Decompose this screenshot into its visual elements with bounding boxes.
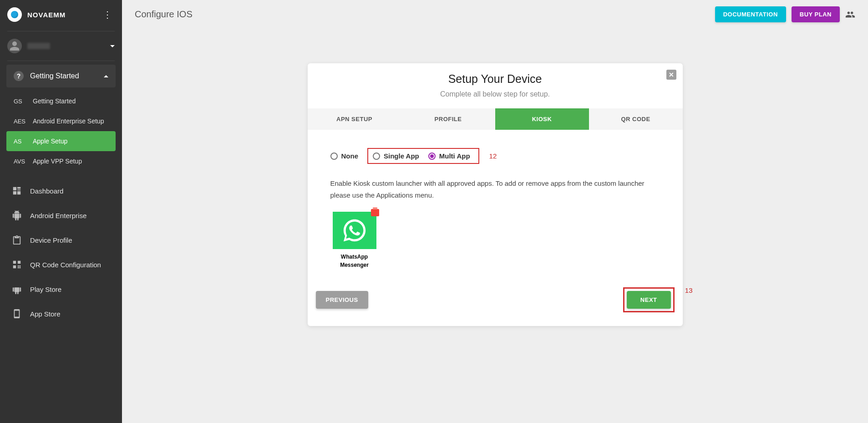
sub-label: Getting Started: [33, 97, 76, 105]
team-icon[interactable]: [845, 10, 855, 20]
user-menu[interactable]: [0, 31, 122, 61]
radio-label: Single App: [384, 152, 419, 160]
phone-icon: [12, 309, 22, 319]
app-label: WhatsApp Messenger: [330, 253, 379, 269]
dashboard-icon: [12, 186, 22, 196]
clipboard-icon: [12, 235, 22, 245]
radio-label: Multi App: [439, 152, 470, 160]
tab-profile[interactable]: PROFILE: [401, 108, 495, 130]
avatar: [7, 39, 22, 53]
nav-label: App Store: [30, 310, 61, 318]
sidebar-item-app-store[interactable]: App Store: [6, 301, 116, 326]
sidebar-item-getting-started[interactable]: GS Getting Started: [6, 91, 116, 111]
sub-label: Apple Setup: [33, 138, 67, 145]
tab-bar: APN SETUP PROFILE KIOSK QR CODE: [308, 108, 683, 130]
main-content: Configure IOS DOCUMENTATION BUY PLAN ✕ S…: [122, 0, 868, 423]
radio-option-multi-app[interactable]: Multi App: [428, 152, 474, 160]
radio-option-none[interactable]: None: [330, 152, 362, 160]
nav-label: Dashboard: [30, 187, 63, 195]
card-footer: PREVIOUS NEXT 13: [308, 269, 683, 312]
radio-icon: [428, 153, 436, 160]
svg-rect-4: [17, 191, 20, 194]
tab-kiosk[interactable]: KIOSK: [495, 108, 589, 130]
brand-logo-icon: [7, 7, 22, 22]
sidebar-item-play-store[interactable]: Play Store: [6, 277, 116, 301]
qr-code-icon: [12, 260, 22, 270]
sidebar-item-apple-vpp-setup[interactable]: AVS Apple VPP Setup: [6, 151, 116, 171]
svg-rect-6: [18, 261, 20, 264]
close-icon[interactable]: ✕: [666, 70, 676, 80]
sidebar-item-qr-code-configuration[interactable]: QR Code Configuration: [6, 252, 116, 277]
annotated-next-wrap: NEXT: [623, 287, 675, 312]
nav-group-getting-started[interactable]: ? Getting Started: [6, 65, 116, 87]
radio-label: None: [341, 152, 359, 160]
documentation-button[interactable]: DOCUMENTATION: [715, 6, 786, 22]
sub-abbr: AS: [14, 138, 26, 145]
sub-label: Apple VPP Setup: [33, 158, 82, 165]
buy-plan-button[interactable]: BUY PLAN: [792, 6, 840, 22]
chevron-down-icon: [110, 45, 115, 47]
tab-qr-code[interactable]: QR CODE: [589, 108, 683, 130]
user-name: [27, 43, 50, 49]
card-subtitle: Complete all below step for setup.: [308, 90, 683, 98]
svg-rect-5: [13, 261, 16, 264]
svg-rect-3: [13, 191, 16, 194]
app-tile-whatsapp[interactable]: WhatsApp Messenger: [330, 212, 379, 269]
android-icon: [12, 284, 22, 294]
trash-icon[interactable]: [371, 209, 379, 216]
sidebar: NOVAEMM ⋮ ? Getting Started GS Getting S…: [0, 0, 122, 423]
sub-label: Android Enterprise Setup: [33, 117, 104, 125]
nav-label: Play Store: [30, 285, 61, 293]
svg-rect-2: [17, 189, 20, 190]
sub-abbr: AVS: [14, 158, 26, 165]
nav-group-label: Getting Started: [30, 72, 79, 80]
main-nav: Dashboard Android Enterprise Device Prof…: [0, 175, 122, 330]
svg-rect-8: [18, 265, 19, 267]
brand-name: NOVAEMM: [27, 11, 66, 19]
chevron-up-icon: [104, 75, 108, 77]
radio-icon: [373, 153, 380, 160]
previous-button[interactable]: PREVIOUS: [316, 291, 368, 309]
topbar: Configure IOS DOCUMENTATION BUY PLAN: [122, 0, 868, 29]
android-icon: [12, 210, 22, 220]
radio-icon: [330, 153, 338, 160]
brand-row: NOVAEMM ⋮: [0, 0, 122, 31]
nav-label: Android Enterprise: [30, 212, 86, 219]
annotation-label: 13: [685, 286, 693, 294]
tab-apn-setup[interactable]: APN SETUP: [308, 108, 401, 130]
sidebar-item-apple-setup[interactable]: AS Apple Setup: [6, 131, 116, 151]
svg-rect-9: [20, 265, 21, 267]
svg-rect-7: [13, 265, 16, 268]
annotation-label: 12: [489, 152, 497, 160]
page-title: Configure IOS: [135, 9, 193, 20]
setup-card: ✕ Setup Your Device Complete all below s…: [308, 63, 683, 326]
help-icon: ?: [14, 71, 24, 81]
next-button[interactable]: NEXT: [627, 291, 671, 309]
card-title: Setup Your Device: [308, 72, 683, 86]
sidebar-item-dashboard[interactable]: Dashboard: [6, 178, 116, 203]
annotated-radio-group: Single App Multi App: [367, 148, 479, 164]
kiosk-mode-radio-group: None Single App Multi App 12: [330, 148, 660, 164]
sub-abbr: GS: [14, 98, 26, 105]
sidebar-item-android-enterprise-setup[interactable]: AES Android Enterprise Setup: [6, 111, 116, 131]
sidebar-item-device-profile[interactable]: Device Profile: [6, 228, 116, 252]
svg-rect-0: [13, 187, 16, 190]
radio-option-single-app[interactable]: Single App: [373, 152, 423, 160]
nav-label: Device Profile: [30, 236, 72, 244]
sub-abbr: AES: [14, 118, 26, 125]
kiosk-description: Enable Kiosk custom launcher with all ap…: [330, 178, 660, 201]
nav-label: QR Code Configuration: [30, 261, 101, 269]
sidebar-item-android-enterprise[interactable]: Android Enterprise: [6, 203, 116, 228]
whatsapp-icon: [333, 212, 376, 249]
nav-sublist: GS Getting Started AES Android Enterpris…: [6, 87, 116, 175]
svg-rect-11: [20, 267, 21, 269]
svg-rect-10: [18, 267, 19, 269]
kebab-menu-icon[interactable]: ⋮: [100, 10, 115, 19]
svg-rect-1: [17, 187, 20, 189]
brand: NOVAEMM: [7, 7, 66, 22]
card-body: None Single App Multi App 12 Enable Kios…: [308, 130, 683, 269]
